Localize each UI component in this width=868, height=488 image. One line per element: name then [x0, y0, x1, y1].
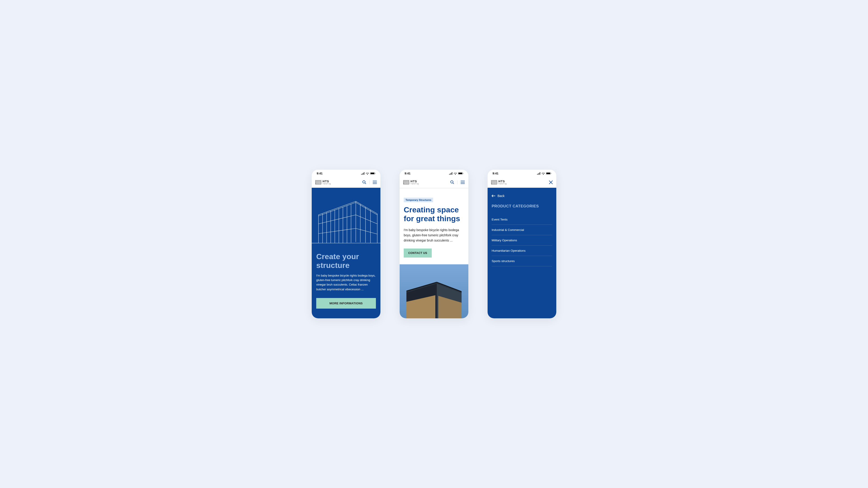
- svg-rect-36: [463, 173, 463, 174]
- more-info-button[interactable]: MORE INFORMATIONS: [316, 298, 376, 308]
- divider: [457, 180, 458, 184]
- phones-container: 9:41 HTS TENTIQ: [312, 170, 556, 318]
- svg-line-42: [406, 180, 407, 184]
- svg-line-9: [320, 180, 320, 184]
- logo[interactable]: HTS TENTIQ: [403, 180, 419, 185]
- svg-line-17: [318, 215, 356, 224]
- status-bar: 9:41: [312, 170, 380, 177]
- logo-sub: TENTIQ: [410, 183, 419, 185]
- svg-line-45: [453, 183, 454, 184]
- building-illustration: [312, 191, 380, 248]
- logo-icon: [315, 180, 321, 184]
- status-time: 9:41: [405, 172, 410, 175]
- menu-icon[interactable]: [461, 181, 465, 184]
- svg-line-7: [317, 180, 318, 184]
- status-time: 9:41: [317, 172, 322, 175]
- app-header: HTS TENTIQ: [488, 177, 556, 188]
- svg-line-64: [494, 180, 495, 184]
- article-content: Temporary Structures Creating space for …: [400, 188, 468, 318]
- wifi-icon: [541, 172, 545, 175]
- status-bar: 9:41: [400, 170, 468, 177]
- phone-menu: 9:41 HTS TENTIQ: [488, 170, 556, 318]
- logo[interactable]: HTS TENTIQ: [315, 180, 331, 185]
- logo-text: HTS TENTIQ: [410, 180, 419, 185]
- article-image: [400, 264, 468, 318]
- svg-line-43: [408, 180, 408, 184]
- search-icon[interactable]: [450, 180, 454, 184]
- svg-rect-2: [375, 173, 375, 174]
- battery-icon: [370, 172, 375, 175]
- menu-item-humanitarian[interactable]: Humanitarian Operations: [492, 246, 552, 256]
- svg-rect-58: [551, 173, 551, 174]
- arrow-left-icon: [492, 195, 495, 197]
- article-tag[interactable]: Temporary Structures: [404, 198, 433, 202]
- search-icon[interactable]: [362, 180, 366, 184]
- menu-item-event-tents[interactable]: Event Tents: [492, 215, 552, 225]
- header-actions: [362, 180, 377, 184]
- svg-line-11: [365, 183, 366, 184]
- svg-line-65: [496, 180, 496, 184]
- article-lead: I'm baby bespoke bicycle rights bodega b…: [404, 228, 464, 243]
- battery-icon: [546, 172, 551, 175]
- article-title: Creating space for great things: [404, 205, 464, 223]
- signal-icon: [449, 172, 453, 175]
- status-bar: 9:41: [488, 170, 556, 177]
- logo-icon: [403, 180, 409, 184]
- close-icon[interactable]: [549, 181, 553, 184]
- logo-main: HTS: [322, 180, 331, 183]
- menu-title: PRODUCT CATEGORIES: [492, 204, 552, 208]
- status-icons: [537, 172, 551, 175]
- svg-line-33: [356, 202, 377, 215]
- svg-line-8: [318, 180, 319, 184]
- logo-text: HTS TENTIQ: [498, 180, 507, 185]
- svg-line-32: [318, 202, 356, 216]
- menu-icon[interactable]: [373, 181, 377, 184]
- menu-content: Back PRODUCT CATEGORIES Event Tents Indu…: [488, 188, 556, 318]
- svg-line-27: [356, 215, 377, 224]
- svg-line-6: [316, 180, 317, 184]
- svg-rect-57: [546, 173, 550, 174]
- menu-item-sports[interactable]: Sports structures: [492, 256, 552, 266]
- phone-hero: 9:41 HTS TENTIQ: [312, 170, 380, 318]
- contact-button[interactable]: CONTACT US: [404, 249, 432, 258]
- phone-article: 9:41 HTS TENTIQ: [400, 170, 468, 318]
- svg-line-63: [493, 180, 494, 184]
- header-actions: [450, 180, 465, 184]
- svg-rect-35: [458, 173, 462, 174]
- back-label: Back: [498, 194, 504, 198]
- logo-sub: TENTIQ: [498, 183, 507, 185]
- app-header: HTS TENTIQ: [400, 177, 468, 188]
- logo-main: HTS: [498, 180, 507, 183]
- article-body: Temporary Structures Creating space for …: [400, 188, 468, 264]
- logo-icon: [491, 180, 497, 184]
- divider: [369, 180, 370, 184]
- logo-sub: TENTIQ: [322, 183, 331, 185]
- battery-icon: [458, 172, 463, 175]
- hero-title: Create your structure: [316, 252, 376, 270]
- wifi-icon: [454, 172, 457, 175]
- svg-line-62: [492, 180, 493, 184]
- signal-icon: [361, 172, 365, 175]
- svg-line-40: [404, 180, 405, 184]
- status-icons: [361, 172, 375, 175]
- signal-icon: [537, 172, 541, 175]
- menu-item-industrial[interactable]: Industrial & Commercial: [492, 225, 552, 235]
- app-header: HTS TENTIQ: [312, 177, 380, 188]
- svg-line-18: [318, 228, 356, 234]
- status-time: 9:41: [493, 172, 498, 175]
- svg-rect-1: [370, 173, 374, 174]
- menu-list: Event Tents Industrial & Commercial Mili…: [492, 215, 552, 266]
- menu-item-military[interactable]: Military Operations: [492, 235, 552, 246]
- header-actions: [549, 181, 553, 184]
- svg-line-28: [356, 228, 377, 234]
- logo[interactable]: HTS TENTIQ: [491, 180, 507, 185]
- svg-line-41: [405, 180, 406, 184]
- hero-body: I'm baby bespoke bicycle rights bodega b…: [316, 273, 376, 292]
- logo-main: HTS: [410, 180, 419, 183]
- back-button[interactable]: Back: [492, 194, 552, 198]
- wifi-icon: [366, 172, 369, 175]
- status-icons: [449, 172, 463, 175]
- hero-content: Create your structure I'm baby bespoke b…: [312, 188, 380, 318]
- logo-text: HTS TENTIQ: [322, 180, 331, 185]
